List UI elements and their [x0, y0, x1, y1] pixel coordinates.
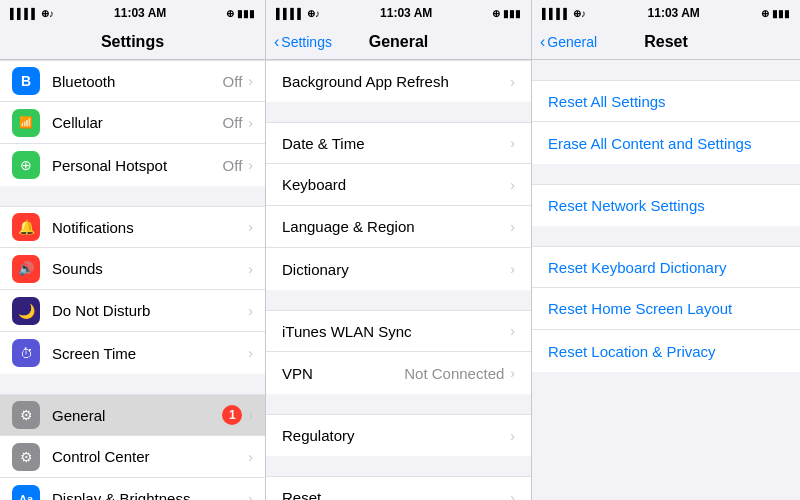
sep-g3 [266, 394, 531, 414]
row-general[interactable]: ⚙ General 1 › [0, 394, 265, 436]
row-controlcenter[interactable]: ⚙ Control Center › [0, 436, 265, 478]
language-label: Language & Region [282, 218, 510, 235]
sounds-icon: 🔊 [12, 255, 40, 283]
hotspot-icon: ⊕ [12, 151, 40, 179]
signal-left: ▌▌▌▌ ⊕♪ [10, 8, 54, 19]
reset-keyboard-label: Reset Keyboard Dictionary [548, 259, 726, 276]
back-to-general[interactable]: ‹ General [540, 33, 597, 51]
section-connectivity: B Bluetooth Off › 📶 Cellular Off › ⊕ Per… [0, 60, 265, 186]
nav-title-1: Settings [101, 33, 164, 51]
row-language[interactable]: Language & Region › [266, 206, 531, 248]
back-to-settings[interactable]: ‹ Settings [274, 33, 332, 51]
sep-g1 [266, 102, 531, 122]
time-2: 11:03 AM [380, 6, 432, 20]
hotspot-value: Off [223, 157, 243, 174]
back-chevron-2: ‹ [274, 33, 279, 51]
section-reset: Reset › [266, 476, 531, 500]
section-reset-all: Reset All Settings Erase All Content and… [532, 80, 800, 164]
datetime-chevron: › [510, 135, 515, 151]
row-reset[interactable]: Reset › [266, 476, 531, 500]
row-notifications[interactable]: 🔔 Notifications › [0, 206, 265, 248]
notifications-label: Notifications [52, 219, 248, 236]
dnd-label: Do Not Disturb [52, 302, 248, 319]
controlcenter-icon: ⚙ [12, 443, 40, 471]
row-dictionary[interactable]: Dictionary › [266, 248, 531, 290]
display-icon: Aa [12, 485, 40, 501]
general-panel: ▌▌▌▌ ⊕♪ 11:03 AM ⊕ ▮▮▮ ‹ Settings Genera… [266, 0, 532, 500]
screentime-label: Screen Time [52, 345, 248, 362]
settings-list-1[interactable]: B Bluetooth Off › 📶 Cellular Off › ⊕ Per… [0, 60, 265, 500]
sounds-chevron: › [248, 261, 253, 277]
erase-all-label: Erase All Content and Settings [548, 135, 751, 152]
row-reset-all-settings[interactable]: Reset All Settings [532, 80, 800, 122]
notifications-icon: 🔔 [12, 213, 40, 241]
section-locale: Date & Time › Keyboard › Language & Regi… [266, 122, 531, 290]
reset-network-label: Reset Network Settings [548, 197, 705, 214]
general-badge: 1 [222, 405, 242, 425]
sounds-label: Sounds [52, 260, 248, 277]
row-reset-homescreen[interactable]: Reset Home Screen Layout [532, 288, 800, 330]
settings-panel: ▌▌▌▌ ⊕♪ 11:03 AM ⊕ ▮▮▮ Settings B Blueto… [0, 0, 266, 500]
signal-left-2: ▌▌▌▌ ⊕♪ [276, 8, 320, 19]
status-icons-2: ⊕ ▮▮▮ [492, 8, 521, 19]
row-donotdisturb[interactable]: 🌙 Do Not Disturb › [0, 290, 265, 332]
row-datetime[interactable]: Date & Time › [266, 122, 531, 164]
regulatory-label: Regulatory [282, 427, 510, 444]
row-vpn[interactable]: VPN Not Connected › [266, 352, 531, 394]
general-list[interactable]: Background App Refresh › Date & Time › K… [266, 60, 531, 500]
datetime-label: Date & Time [282, 135, 510, 152]
row-erase-all[interactable]: Erase All Content and Settings [532, 122, 800, 164]
vpn-chevron: › [510, 365, 515, 381]
row-reset-keyboard[interactable]: Reset Keyboard Dictionary [532, 246, 800, 288]
status-bar-2: ▌▌▌▌ ⊕♪ 11:03 AM ⊕ ▮▮▮ [266, 0, 531, 24]
bluetooth-label: Bluetooth [52, 73, 223, 90]
dnd-icon: 🌙 [12, 297, 40, 325]
row-itunes[interactable]: iTunes WLAN Sync › [266, 310, 531, 352]
row-bluetooth[interactable]: B Bluetooth Off › [0, 60, 265, 102]
row-reset-location[interactable]: Reset Location & Privacy [532, 330, 800, 372]
row-reset-network[interactable]: Reset Network Settings [532, 184, 800, 226]
section-reset-network: Reset Network Settings [532, 184, 800, 226]
dictionary-chevron: › [510, 261, 515, 277]
general-label: General [52, 407, 222, 424]
dnd-chevron: › [248, 303, 253, 319]
back-chevron-3: ‹ [540, 33, 545, 51]
language-chevron: › [510, 219, 515, 235]
itunes-label: iTunes WLAN Sync [282, 323, 510, 340]
back-label-3: General [547, 34, 597, 50]
back-label-2: Settings [281, 34, 332, 50]
row-hotspot[interactable]: ⊕ Personal Hotspot Off › [0, 144, 265, 186]
row-regulatory[interactable]: Regulatory › [266, 414, 531, 456]
nav-bar-3: ‹ General Reset [532, 24, 800, 60]
cellular-chevron: › [248, 115, 253, 131]
time-1: 11:03 AM [114, 6, 166, 20]
sep-1 [0, 186, 265, 206]
bluetooth-icon: B [12, 67, 40, 95]
bluetooth-value: Off [223, 73, 243, 90]
section-notifications: 🔔 Notifications › 🔊 Sounds › 🌙 Do Not Di… [0, 206, 265, 374]
reset-list[interactable]: Reset All Settings Erase All Content and… [532, 60, 800, 500]
nav-title-2: General [369, 33, 429, 51]
nav-bar-2: ‹ Settings General [266, 24, 531, 60]
sep-r2 [532, 226, 800, 246]
keyboard-label: Keyboard [282, 176, 510, 193]
row-cellular[interactable]: 📶 Cellular Off › [0, 102, 265, 144]
reset-all-settings-label: Reset All Settings [548, 93, 666, 110]
reset-chevron: › [510, 490, 515, 501]
background-refresh-chevron: › [510, 74, 515, 90]
hotspot-chevron: › [248, 157, 253, 173]
row-display[interactable]: Aa Display & Brightness › [0, 478, 265, 500]
row-screentime[interactable]: ⏱ Screen Time › [0, 332, 265, 374]
controlcenter-chevron: › [248, 449, 253, 465]
vpn-value: Not Connected [404, 365, 504, 382]
regulatory-chevron: › [510, 428, 515, 444]
nav-title-3: Reset [644, 33, 688, 51]
cellular-value: Off [223, 114, 243, 131]
itunes-chevron: › [510, 323, 515, 339]
row-background-refresh[interactable]: Background App Refresh › [266, 60, 531, 102]
reset-location-label: Reset Location & Privacy [548, 343, 716, 360]
keyboard-chevron: › [510, 177, 515, 193]
notifications-chevron: › [248, 219, 253, 235]
row-keyboard[interactable]: Keyboard › [266, 164, 531, 206]
row-sounds[interactable]: 🔊 Sounds › [0, 248, 265, 290]
